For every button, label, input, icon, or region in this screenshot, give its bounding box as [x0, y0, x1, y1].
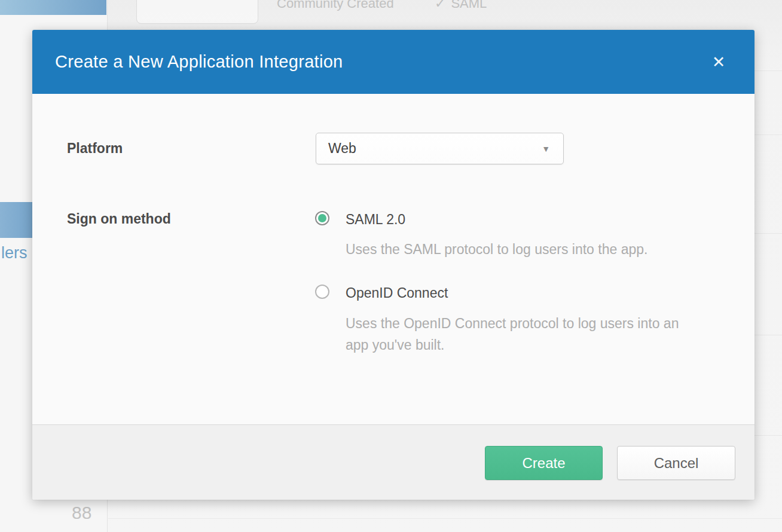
cancel-button[interactable]: Cancel — [617, 446, 735, 480]
row-count-label: 88 — [72, 503, 91, 523]
modal-title: Create a New Application Integration — [55, 52, 343, 72]
radio-saml-description: Uses the SAML protocol to log users into… — [346, 239, 647, 260]
sidebar-link-partial[interactable]: lers — [1, 244, 28, 262]
modal-footer: Create Cancel — [32, 424, 754, 500]
close-icon[interactable]: ✕ — [708, 51, 729, 73]
create-button[interactable]: Create — [485, 446, 603, 480]
radio-saml-label[interactable]: SAML 2.0 — [346, 212, 405, 228]
saml-filter-label: ✓SAML — [435, 0, 487, 11]
radio-oidc-description: Uses the OpenID Connect protocol to log … — [346, 313, 704, 356]
table-bottom-divider — [108, 518, 782, 519]
sidebar-selected-item[interactable] — [0, 202, 36, 238]
check-icon: ✓ — [435, 0, 445, 11]
radio-selected-dot — [318, 214, 326, 222]
chevron-down-icon: ▼ — [542, 144, 550, 154]
sidebar-selected-item-top — [0, 0, 106, 15]
sign-on-method-label: Sign on method — [67, 211, 171, 227]
platform-label: Platform — [67, 140, 123, 157]
create-app-integration-modal: Create a New Application Integration ✕ P… — [32, 30, 754, 500]
saml-filter-text: SAML — [451, 0, 487, 11]
platform-select[interactable]: Web ▼ — [316, 133, 564, 164]
radio-oidc[interactable] — [315, 285, 329, 299]
radio-saml[interactable] — [315, 211, 329, 225]
community-created-label: Community Created — [277, 0, 394, 11]
modal-header: Create a New Application Integration ✕ — [32, 30, 754, 94]
filter-button[interactable] — [136, 0, 258, 24]
platform-selected-value: Web — [328, 140, 356, 157]
radio-oidc-label[interactable]: OpenID Connect — [346, 285, 448, 301]
